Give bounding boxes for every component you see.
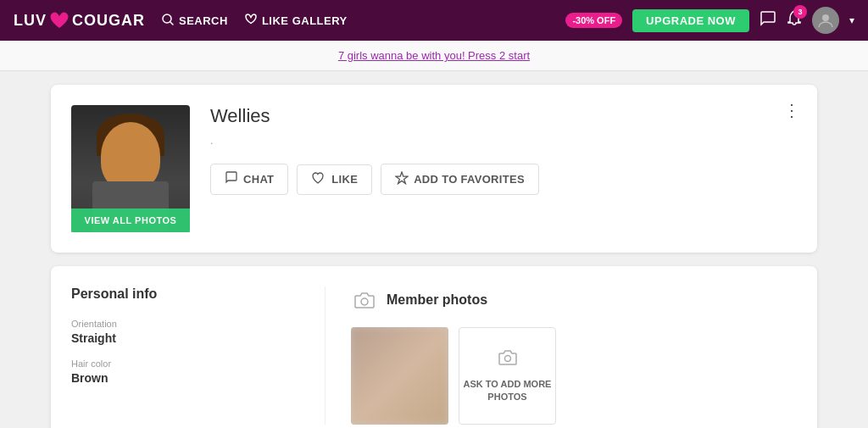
profile-location: . <box>210 134 797 147</box>
add-photos-camera-icon <box>498 349 518 371</box>
hair-color-label: Hair color <box>71 359 299 369</box>
chat-button[interactable]: CHAT <box>210 164 288 195</box>
details-card: Personal info Orientation Straight Hair … <box>51 266 817 428</box>
profile-actions: CHAT LIKE ADD TO F <box>210 164 797 195</box>
svg-line-1 <box>170 22 173 25</box>
search-nav-icon <box>162 14 174 28</box>
hair-color-value: Brown <box>71 371 299 385</box>
search-nav-label: SEARCH <box>179 14 228 27</box>
profile-info: Wellies . CHAT <box>210 105 797 195</box>
ask-to-add-photos-button[interactable]: ASK TO ADD MORE PHOTOS <box>459 327 556 425</box>
discount-badge[interactable]: -30% OFF <box>565 13 622 28</box>
svg-point-2 <box>822 14 829 21</box>
svg-point-4 <box>504 356 510 362</box>
member-photos-title: Member photos <box>387 292 487 308</box>
camera-header-icon <box>351 286 378 314</box>
profile-photo-wrap: VIEW ALL PHOTOS <box>71 105 190 232</box>
personal-info-title: Personal info <box>71 286 299 302</box>
main-content: VIEW ALL PHOTOS Wellies . CHAT <box>0 71 868 428</box>
member-photos-header: Member photos <box>351 286 797 314</box>
ask-to-add-photos-label: ASK TO ADD MORE PHOTOS <box>459 378 555 403</box>
like-gallery-nav-label: LIKE GALLERY <box>262 14 348 27</box>
photos-grid: ASK TO ADD MORE PHOTOS <box>351 327 797 425</box>
promo-text: 7 girls wanna be with you! Press 2 start <box>338 49 530 62</box>
heart-nav-icon <box>245 14 257 27</box>
favorites-icon <box>395 171 409 187</box>
chat-header-icon[interactable] <box>760 10 776 31</box>
member-photos-section: Member photos ASK TO ADD MORE PHOTOS <box>326 286 797 425</box>
like-button[interactable]: LIKE <box>297 164 372 195</box>
search-nav[interactable]: SEARCH <box>162 14 228 28</box>
header-right: -30% OFF UPGRADE NOW 3 ▾ <box>565 7 854 34</box>
svg-point-3 <box>361 298 368 305</box>
orientation-field: Orientation Straight <box>71 319 299 345</box>
notifications-icon[interactable]: 3 <box>787 10 802 31</box>
chat-icon <box>225 171 238 187</box>
add-to-favorites-label: ADD TO FAVORITES <box>414 173 525 186</box>
photo-face <box>101 122 160 190</box>
hair-color-field: Hair color Brown <box>71 359 299 385</box>
heart-logo-icon <box>50 11 69 30</box>
view-all-photos-button[interactable]: VIEW ALL PHOTOS <box>71 208 190 232</box>
logo[interactable]: LUV COUGAR <box>14 11 145 30</box>
like-gallery-nav[interactable]: LIKE GALLERY <box>245 14 348 27</box>
promo-bar[interactable]: 7 girls wanna be with you! Press 2 start <box>0 41 868 71</box>
logo-text: LUV <box>14 12 47 30</box>
avatar-chevron[interactable]: ▾ <box>849 14 854 26</box>
orientation-label: Orientation <box>71 319 299 329</box>
more-options-button[interactable]: ⋮ <box>783 102 800 119</box>
chat-label: CHAT <box>243 173 274 186</box>
add-to-favorites-button[interactable]: ADD TO FAVORITES <box>381 164 539 195</box>
member-photo-1[interactable] <box>351 327 448 425</box>
avatar[interactable] <box>812 7 839 34</box>
like-label: LIKE <box>331 173 358 186</box>
upgrade-button[interactable]: UPGRADE NOW <box>632 9 749 32</box>
header: LUV COUGAR SEARCH LIKE GALLERY -30% OFF … <box>0 0 868 41</box>
logo-text-2: COUGAR <box>72 12 145 30</box>
profile-name: Wellies <box>210 105 797 127</box>
profile-card: VIEW ALL PHOTOS Wellies . CHAT <box>51 85 817 253</box>
notification-count: 3 <box>793 5 807 19</box>
blurred-photo <box>351 327 448 425</box>
like-icon <box>311 172 325 187</box>
personal-info-section: Personal info Orientation Straight Hair … <box>71 286 326 425</box>
orientation-value: Straight <box>71 331 299 345</box>
